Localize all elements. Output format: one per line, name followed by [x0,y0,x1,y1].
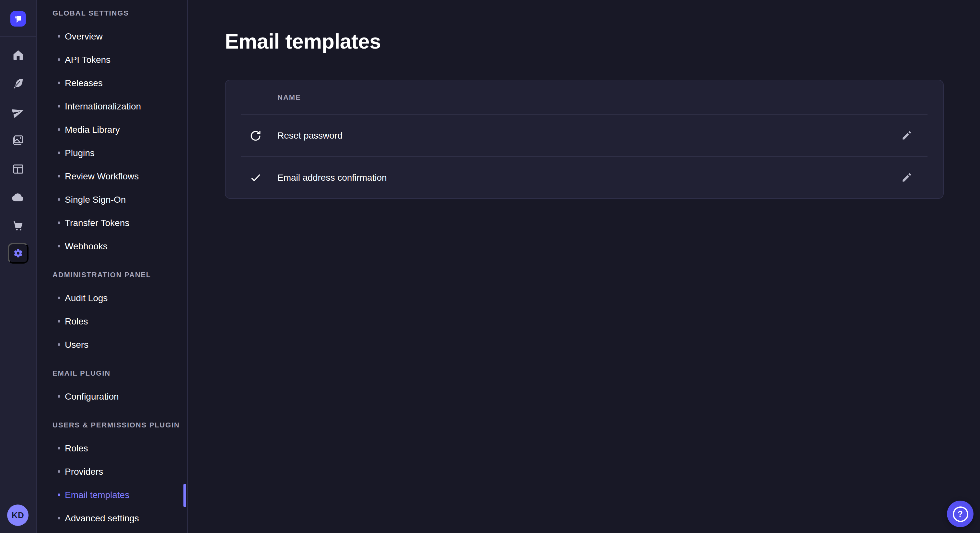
bullet-icon [58,198,60,201]
sidebar-item-email-templates[interactable]: Email templates [37,483,187,506]
email-templates-table: NAME Reset password Email address confir… [225,80,944,199]
bullet-icon [58,395,60,398]
bullet-icon [58,152,60,154]
sidebar-item-media-library[interactable]: Media Library [37,118,187,141]
sidebar-item-email-configuration[interactable]: Configuration [37,385,187,408]
media-library-icon[interactable] [0,134,36,147]
bullet-icon [58,105,60,108]
section-header: USERS & PERMISSIONS PLUGIN [37,413,187,436]
strapi-logo[interactable] [10,11,26,27]
sidebar-item-admin-roles[interactable]: Roles [37,309,187,333]
sidebar-item-review-workflows[interactable]: Review Workflows [37,165,187,188]
table-row-reset-password[interactable]: Reset password [226,115,943,156]
sidebar-item-single-sign-on[interactable]: Single Sign-On [37,188,187,211]
main-content: Email templates NAME Reset password [189,0,980,533]
pencil-icon[interactable] [901,130,913,141]
section-header: EMAIL PLUGIN [37,362,187,385]
question-mark-icon: ? [953,506,968,522]
bullet-icon [58,470,60,473]
table-header-row: NAME [226,80,943,114]
column-header-name: NAME [277,93,301,101]
paper-plane-icon[interactable] [0,106,36,119]
feather-icon[interactable] [0,77,36,90]
bullet-icon [58,222,60,224]
bullet-icon [58,245,60,247]
sidebar-item-advanced-settings[interactable]: Advanced settings [37,506,187,530]
settings-subnav: GLOBAL SETTINGS Overview API Tokens Rele… [37,0,188,533]
subnav-scrollbar-thumb[interactable] [183,484,186,507]
bullet-icon [58,297,60,299]
page-title: Email templates [225,29,944,54]
section-header: ADMINISTRATION PANEL [37,263,187,286]
sidebar-item-overview[interactable]: Overview [37,25,187,48]
section-administration-panel: ADMINISTRATION PANEL Audit Logs Roles Us… [37,263,187,356]
rail-divider [0,36,36,37]
sidebar-item-api-tokens[interactable]: API Tokens [37,48,187,71]
template-name: Reset password [277,130,342,141]
strapi-logo-glyph [13,14,23,24]
sidebar-item-transfer-tokens[interactable]: Transfer Tokens [37,211,187,235]
layout-icon[interactable] [0,163,36,176]
bullet-icon [58,175,60,178]
section-email-plugin: EMAIL PLUGIN Configuration [37,362,187,408]
bullet-icon [58,517,60,519]
app-window: KD GLOBAL SETTINGS Overview API Tokens R… [0,0,980,533]
main-nav-rail: KD [0,0,37,533]
refresh-icon [249,129,262,142]
bullet-icon [58,82,60,84]
gear-icon[interactable] [8,243,29,263]
bullet-icon [58,343,60,346]
sidebar-item-audit-logs[interactable]: Audit Logs [37,286,187,309]
sidebar-item-providers[interactable]: Providers [37,460,187,483]
cloud-icon[interactable] [0,191,36,204]
template-name: Email address confirmation [277,172,387,182]
table-row-email-confirmation[interactable]: Email address confirmation [226,157,943,198]
bullet-icon [58,58,60,61]
pencil-icon[interactable] [901,171,913,183]
bullet-icon [58,320,60,322]
cart-icon[interactable] [0,219,36,233]
sidebar-item-admin-users[interactable]: Users [37,333,187,356]
section-header: GLOBAL SETTINGS [37,1,187,25]
sidebar-item-webhooks[interactable]: Webhooks [37,235,187,258]
help-button[interactable]: ? [947,501,974,527]
check-icon [249,171,262,184]
sidebar-item-up-roles[interactable]: Roles [37,436,187,460]
bullet-icon [58,493,60,496]
sidebar-item-releases[interactable]: Releases [37,71,187,95]
home-icon[interactable] [0,49,36,62]
section-global-settings: GLOBAL SETTINGS Overview API Tokens Rele… [37,1,187,258]
bullet-icon [58,128,60,131]
bullet-icon [58,35,60,38]
bullet-icon [58,447,60,449]
sidebar-item-internationalization[interactable]: Internationalization [37,95,187,118]
section-users-permissions-plugin: USERS & PERMISSIONS PLUGIN Roles Provide… [37,413,187,530]
sidebar-item-plugins[interactable]: Plugins [37,141,187,165]
avatar[interactable]: KD [7,504,29,526]
